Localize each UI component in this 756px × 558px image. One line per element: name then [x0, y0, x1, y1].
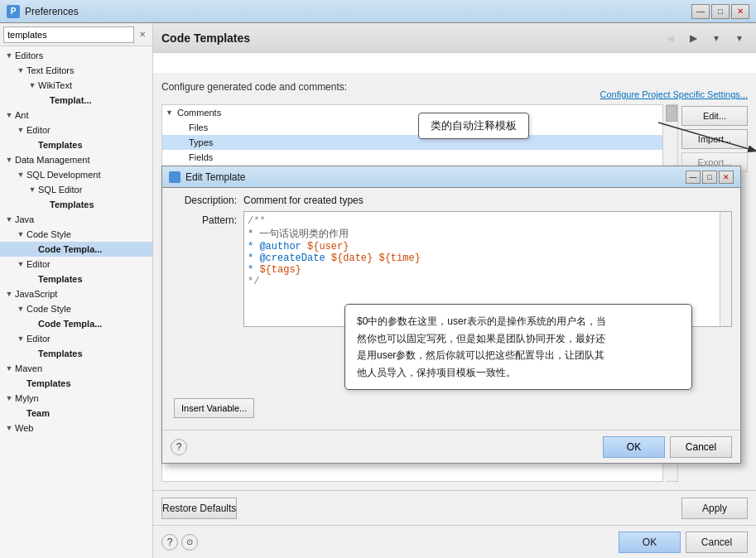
tree-item-text-editors[interactable]: ▼ Text Editors: [0, 63, 152, 78]
nav-back-button[interactable]: ◀: [662, 30, 678, 46]
tree-item-java-code-style[interactable]: ▼ Code Style: [0, 227, 152, 242]
main-ok-button[interactable]: OK: [619, 532, 681, 553]
tree-label-java-templates: Templates: [38, 274, 83, 284]
tree-item-ant-editor[interactable]: ▼ Editor: [0, 123, 152, 137]
dialog-ok-button[interactable]: OK: [603, 436, 665, 458]
apply-button[interactable]: Apply: [681, 498, 748, 519]
tree-toggle-data-management: ▼: [3, 156, 15, 164]
ct-row-comments[interactable]: ▼ Comments: [162, 105, 662, 120]
tree-item-sql-templates[interactable]: Templates: [0, 197, 152, 212]
tree-item-java-code-templates[interactable]: Code Templa...: [0, 242, 152, 257]
ct-label-files: Files: [189, 123, 208, 132]
dialog-help-icon[interactable]: ?: [171, 439, 187, 455]
app-icon: P: [7, 5, 20, 18]
nav-fwd-button[interactable]: ▶: [685, 30, 701, 46]
tree-item-java-templates[interactable]: Templates: [0, 272, 152, 286]
tree-item-web[interactable]: ▼ Web: [0, 421, 152, 435]
tree-label-ant-templates: Templates: [38, 140, 83, 150]
tree-item-java[interactable]: ▼ Java: [0, 212, 152, 227]
tree-item-sql-dev[interactable]: ▼ SQL Development: [0, 167, 152, 182]
dialog-cancel-button[interactable]: Cancel: [670, 436, 732, 458]
tree-item-ant-templates[interactable]: Templates: [0, 137, 152, 152]
tree-item-js-code-style[interactable]: ▼ Code Style: [0, 301, 152, 316]
callout-bubble: $0中的参数在这里，user表示的是操作系统的用户名，当然你也可以固定写死，但是…: [344, 304, 692, 390]
tree-item-maven[interactable]: ▼ Maven: [0, 361, 152, 376]
ct-row-types[interactable]: Types: [162, 135, 662, 150]
dialog-footer: ? OK Cancel: [162, 430, 740, 463]
tree-item-mylyn-team[interactable]: Team: [0, 406, 152, 421]
close-button[interactable]: ✕: [731, 4, 749, 19]
nav-dropdown-button[interactable]: ▾: [708, 30, 725, 46]
tree-item-maven-templates[interactable]: Templates: [0, 376, 152, 391]
dialog-minimize-button[interactable]: —: [686, 171, 701, 184]
tree-item-editors[interactable]: ▼ Editors: [0, 48, 152, 63]
tree-toggle-ant: ▼: [3, 111, 15, 119]
dialog-body: Description: Comment for created types P…: [162, 188, 740, 430]
edit-template-dialog: Edit Template — □ ✕ Description: Comment…: [161, 166, 741, 464]
ct-row-fields[interactable]: Fields: [162, 150, 662, 165]
tree-toggle-java-editor: ▼: [15, 260, 26, 268]
tree-item-mylyn[interactable]: ▼ Mylyn: [0, 391, 152, 406]
tree-toggle-javascript: ▼: [3, 290, 15, 298]
search-input[interactable]: [3, 26, 134, 43]
tree-toggle-maven: ▼: [3, 364, 15, 373]
dialog-bottom: Insert Variable...: [171, 393, 732, 423]
insert-variable-button[interactable]: Insert Variable...: [174, 398, 254, 418]
import-button[interactable]: Import...: [681, 129, 748, 149]
code-line-3: * @author ${user}: [248, 241, 349, 253]
dialog-icon: [169, 171, 181, 183]
pattern-scrollbar[interactable]: [720, 212, 731, 326]
window-title: Preferences: [25, 6, 691, 17]
tree-label-ant: Ant: [15, 110, 29, 120]
tree-toggle-java: ▼: [3, 215, 15, 224]
nav-more-button[interactable]: ▾: [731, 30, 748, 46]
edit-button[interactable]: Edit...: [681, 106, 748, 126]
tree-item-java-editor[interactable]: ▼ Editor: [0, 257, 152, 272]
tree-label-mylyn: Mylyn: [15, 393, 39, 403]
tree-label-wikitext-templates: Templat...: [50, 95, 92, 105]
tree-toggle-java-code-style: ▼: [15, 230, 26, 238]
tree-item-js-editor[interactable]: ▼ Editor: [0, 331, 152, 346]
restore-defaults-button[interactable]: Restore Defaults: [161, 498, 237, 519]
help-icon[interactable]: ?: [161, 534, 178, 551]
tree-item-ant[interactable]: ▼ Ant: [0, 108, 152, 123]
main-footer: ? ⊙ OK Cancel: [153, 525, 756, 558]
tree-item-js-templates[interactable]: Templates: [0, 346, 152, 361]
dialog-close-button[interactable]: ✕: [719, 171, 734, 184]
tree-label-text-editors: Text Editors: [26, 65, 74, 75]
dialog-window-controls: — □ ✕: [686, 171, 734, 184]
tree-label-ant-editor: Editor: [26, 125, 51, 135]
tree-label-editors: Editors: [15, 51, 43, 60]
code-line-6: */: [248, 276, 259, 287]
ct-label-comments: Comments: [177, 108, 221, 118]
restore-button[interactable]: □: [711, 4, 730, 19]
tree-item-sql-editor[interactable]: ▼ SQL Editor: [0, 182, 152, 197]
main-cancel-button[interactable]: Cancel: [686, 532, 748, 553]
tree-label-web: Web: [15, 423, 33, 433]
description-row: Description: Comment for created types: [171, 195, 732, 206]
tree-label-java: Java: [15, 214, 34, 224]
tree-item-data-management[interactable]: ▼ Data Management: [0, 152, 152, 167]
ct-label-fields: Fields: [189, 152, 213, 162]
minimize-button[interactable]: —: [691, 4, 710, 19]
ct-row-files[interactable]: Files: [162, 120, 662, 135]
code-line-2: * 一句话说明类的作用: [248, 228, 349, 240]
search-clear-icon[interactable]: ✕: [136, 28, 149, 41]
tree-label-js-code-templates: Code Templa...: [38, 319, 102, 329]
left-panel: ✕ ▼ Editors ▼ Text Editors ▼ WikiText: [0, 23, 153, 558]
tree-label-maven: Maven: [15, 363, 42, 373]
pattern-label: Pattern:: [171, 211, 237, 226]
project-settings-link[interactable]: Configure Project Specific Settings...: [600, 89, 748, 99]
info-icon[interactable]: ⊙: [181, 534, 198, 551]
dialog-restore-button[interactable]: □: [702, 171, 717, 184]
dialog-title-label: Edit Template: [185, 171, 686, 183]
tree-item-wikitext[interactable]: ▼ WikiText: [0, 78, 152, 93]
tree-toggle-js-editor: ▼: [15, 334, 26, 343]
title-bar: P Preferences — □ ✕: [0, 0, 756, 23]
tree-label-sql-editor: SQL Editor: [38, 185, 82, 195]
tree-label-java-editor: Editor: [26, 259, 51, 269]
tree-item-js-code-templates[interactable]: Code Templa...: [0, 316, 152, 331]
tree-item-wikitext-templates[interactable]: Templat...: [0, 93, 152, 108]
tree-item-javascript[interactable]: ▼ JavaScript: [0, 286, 152, 301]
tree-label-sql-templates: Templates: [50, 200, 94, 209]
